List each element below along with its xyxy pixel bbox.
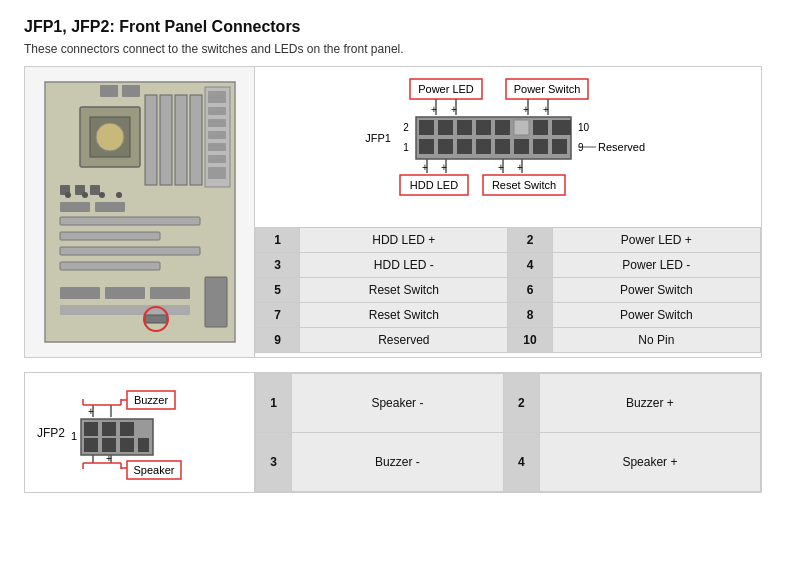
jfp2-svg: + Buzzer 1	[65, 385, 242, 480]
svg-rect-56	[457, 120, 472, 135]
svg-text:1: 1	[403, 142, 409, 153]
svg-rect-18	[95, 202, 125, 212]
pin-num: 4	[503, 433, 539, 492]
svg-rect-103	[120, 438, 134, 452]
pin-desc: Buzzer -	[292, 433, 504, 492]
svg-rect-66	[476, 139, 491, 154]
svg-rect-33	[208, 167, 226, 179]
svg-rect-98	[84, 422, 98, 436]
pin-desc: Power LED +	[552, 228, 760, 253]
jfp1-pin-table: 1 HDD LED + 2 Power LED + 3 HDD LED - 4 …	[255, 227, 761, 353]
pin-desc: Power Switch	[552, 303, 760, 328]
svg-rect-1	[100, 85, 118, 97]
page-title: JFP1, JFP2: Front Panel Connectors	[24, 18, 762, 36]
jfp2-connector-diagram: JFP2 + Buzzer 1	[25, 373, 255, 492]
svg-rect-54	[419, 120, 434, 135]
svg-rect-68	[514, 139, 529, 154]
svg-rect-27	[208, 91, 226, 103]
svg-rect-22	[205, 277, 227, 327]
pin-desc: Speaker +	[539, 433, 760, 492]
svg-text:HDD LED: HDD LED	[410, 179, 458, 191]
pin-num: 2	[503, 374, 539, 433]
svg-text:Speaker: Speaker	[134, 464, 175, 476]
svg-text:+: +	[517, 162, 523, 173]
pin-desc: HDD LED -	[300, 253, 508, 278]
svg-rect-59	[514, 120, 529, 135]
svg-text:+: +	[431, 104, 437, 115]
svg-rect-30	[208, 131, 226, 139]
svg-rect-102	[102, 438, 116, 452]
svg-rect-11	[60, 232, 160, 240]
svg-rect-3	[145, 95, 157, 185]
svg-rect-57	[476, 120, 491, 135]
pin-desc: HDD LED +	[300, 228, 508, 253]
subtitle: These connectors connect to the switches…	[24, 42, 762, 56]
table-row: 5 Reset Switch 6 Power Switch	[256, 278, 761, 303]
svg-text:Buzzer: Buzzer	[134, 394, 169, 406]
svg-rect-70	[552, 139, 567, 154]
svg-text:1: 1	[71, 430, 77, 442]
svg-text:+: +	[88, 406, 94, 417]
pin-num: 5	[256, 278, 300, 303]
jfp2-section: JFP2 + Buzzer 1	[24, 372, 762, 493]
jfp1-connector-diagram: Power LED Power Switch + + + +	[255, 67, 761, 227]
svg-rect-67	[495, 139, 510, 154]
svg-text:+: +	[523, 104, 529, 115]
svg-rect-64	[438, 139, 453, 154]
pin-desc: No Pin	[552, 328, 760, 353]
svg-point-37	[116, 192, 122, 198]
svg-text:+: +	[422, 162, 428, 173]
pin-num: 2	[508, 228, 552, 253]
svg-rect-32	[208, 155, 226, 163]
motherboard-svg	[40, 77, 240, 347]
svg-point-36	[99, 192, 105, 198]
svg-text:+: +	[543, 104, 549, 115]
svg-rect-31	[208, 143, 226, 151]
svg-text:JFP1: JFP1	[365, 132, 391, 144]
svg-rect-63	[419, 139, 434, 154]
svg-text:+: +	[451, 104, 457, 115]
svg-text:Power Switch: Power Switch	[514, 83, 581, 95]
svg-rect-16	[90, 185, 100, 195]
table-row: 3 Buzzer - 4 Speaker +	[256, 433, 761, 492]
pin-desc: Reset Switch	[300, 278, 508, 303]
table-row: 1 HDD LED + 2 Power LED +	[256, 228, 761, 253]
pin-num: 3	[256, 433, 292, 492]
svg-rect-55	[438, 120, 453, 135]
jfp2-label: JFP2	[37, 426, 65, 440]
svg-text:Reset Switch: Reset Switch	[492, 179, 556, 191]
svg-rect-24	[145, 315, 167, 323]
svg-rect-99	[102, 422, 116, 436]
svg-rect-10	[60, 217, 200, 225]
svg-rect-5	[175, 95, 187, 185]
table-row: 3 HDD LED - 4 Power LED -	[256, 253, 761, 278]
svg-rect-65	[457, 139, 472, 154]
pin-num: 1	[256, 228, 300, 253]
svg-rect-58	[495, 120, 510, 135]
table-row: 7 Reset Switch 8 Power Switch	[256, 303, 761, 328]
pin-num: 7	[256, 303, 300, 328]
svg-point-34	[65, 192, 71, 198]
svg-rect-100	[120, 422, 134, 436]
svg-rect-4	[160, 95, 172, 185]
table-row: 9 Reserved 10 No Pin	[256, 328, 761, 353]
pin-desc: Buzzer +	[539, 374, 760, 433]
jfp1-right-panel: Power LED Power Switch + + + +	[255, 67, 761, 357]
jfp2-inner: JFP2 + Buzzer 1	[37, 385, 242, 480]
table-row: 1 Speaker - 2 Buzzer +	[256, 374, 761, 433]
svg-rect-23	[60, 305, 190, 315]
jfp1-diagram-svg: Power LED Power Switch + + + +	[328, 77, 688, 217]
svg-point-35	[82, 192, 88, 198]
svg-rect-13	[60, 262, 160, 270]
pin-desc: Speaker -	[292, 374, 504, 433]
pin-desc: Reserved	[300, 328, 508, 353]
pin-num: 9	[256, 328, 300, 353]
pin-desc: Power Switch	[552, 278, 760, 303]
svg-rect-101	[84, 438, 98, 452]
svg-rect-69	[533, 139, 548, 154]
svg-rect-21	[150, 287, 190, 299]
svg-rect-62	[556, 120, 571, 135]
pin-num: 4	[508, 253, 552, 278]
motherboard-diagram	[25, 67, 255, 357]
svg-rect-60	[533, 120, 548, 135]
